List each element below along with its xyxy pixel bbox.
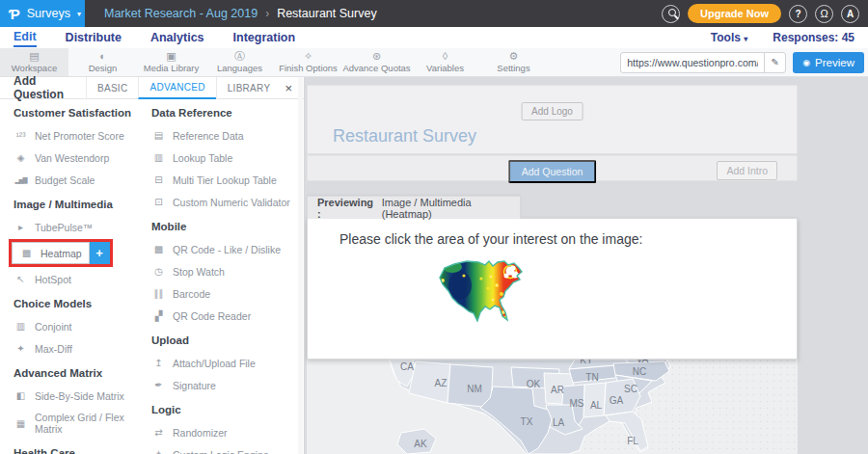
question-type-budget-scale[interactable]: ▂▅▇ Budget Scale: [14, 174, 151, 186]
toolbar-settings[interactable]: ⚙ Settings: [479, 48, 548, 76]
heatmap-highlight-box: ▩ Heatmap +: [9, 239, 113, 267]
notifications-button[interactable]: Ω: [815, 5, 833, 23]
question-type-qr-code-reader[interactable]: ▞ QR Code Reader: [151, 309, 298, 322]
toolbar-media-library[interactable]: ▣ Media Library: [137, 48, 205, 76]
product-name: Surveys: [27, 7, 70, 20]
upgrade-now-button[interactable]: Upgrade Now: [688, 4, 781, 23]
nav-analytics[interactable]: Analytics: [150, 29, 204, 46]
responses-count[interactable]: Responses: 45: [773, 31, 854, 44]
survey-title[interactable]: Restaurant Survey: [333, 126, 476, 147]
add-heatmap-question-button[interactable]: +: [90, 242, 110, 264]
breadcrumb-parent[interactable]: Market Research - Aug 2019: [104, 7, 258, 20]
add-question-button[interactable]: Add Question: [508, 160, 597, 183]
editor-toolbar: ▤ Workspace ◐ Design ▣ Media Library Ⓐ L…: [0, 48, 868, 77]
question-type-custom-logic-engine[interactable]: ⋔ Custom Logic Engine: [151, 448, 298, 454]
media-library-icon: ▣: [166, 51, 176, 62]
search-button[interactable]: [662, 5, 680, 23]
attach-upload-icon: ↥: [151, 358, 166, 368]
tab-advanced[interactable]: ADVANCED: [138, 77, 215, 99]
survey-url-input[interactable]: [621, 57, 764, 68]
languages-icon: Ⓐ: [234, 51, 245, 62]
max-diff-icon: ✦: [14, 343, 28, 354]
state-label: CA: [400, 361, 414, 372]
question-type-heatmap[interactable]: ▩ Heatmap: [12, 242, 90, 264]
close-icon: ×: [285, 81, 292, 95]
tubepulse-icon: ▸: [14, 222, 28, 232]
question-type-qr-like-dislike[interactable]: ▩ QR Code - Like / Dislike: [151, 243, 298, 255]
survey-canvas: Add Logo Restaurant Survey Add Question …: [305, 77, 868, 454]
net-promoter-score-icon: ¹²³: [14, 130, 28, 141]
state-label: FL: [627, 436, 638, 446]
question-type-van-westendorp[interactable]: ◈ Van Westendorp: [14, 151, 151, 164]
question-type-complex-grid[interactable]: ▦ Complex Grid / Flex Matrix: [14, 412, 151, 435]
eye-icon: ◉: [802, 58, 810, 67]
question-type-net-promoter-score[interactable]: ¹²³ Net Promoter Score: [14, 129, 151, 142]
question-type-tubepulse[interactable]: ▸ TubePulse™: [14, 221, 151, 233]
tab-library[interactable]: LIBRARY: [216, 77, 282, 99]
account-avatar[interactable]: A: [841, 5, 859, 23]
settings-icon: ⚙: [509, 51, 519, 62]
toolbar-variables[interactable]: ◊ Variables: [411, 48, 479, 76]
add-intro-button[interactable]: Add Intro: [717, 161, 777, 180]
question-type-reference-data[interactable]: ▤ Reference Data: [151, 129, 298, 142]
question-mark-icon: ?: [795, 9, 800, 19]
section-logic: Logic: [151, 404, 298, 415]
section-customer-satisfaction: Customer Satisfaction: [14, 107, 151, 119]
help-button[interactable]: ?: [789, 5, 807, 23]
section-data-reference: Data Reference: [151, 107, 298, 119]
toolbar-languages[interactable]: Ⓐ Languages: [205, 48, 274, 76]
nav-integration[interactable]: Integration: [233, 29, 296, 46]
preview-button[interactable]: ◉ Preview: [793, 52, 864, 73]
section-choice-models: Choice Models: [14, 298, 151, 309]
section-image-multimedia: Image / Multimedia: [14, 199, 151, 210]
tab-basic[interactable]: BASIC: [86, 77, 139, 99]
state-label: NM: [467, 384, 482, 394]
toolbar-design[interactable]: ◐ Design: [68, 48, 137, 76]
question-type-stop-watch[interactable]: ◷ Stop Watch: [151, 265, 298, 278]
breadcrumb-current: Restaurant Survey: [277, 7, 377, 20]
variables-icon: ◊: [443, 51, 448, 62]
question-type-signature[interactable]: ✒ Signature: [151, 379, 298, 391]
question-type-barcode[interactable]: ∥∥ Barcode: [151, 287, 298, 300]
panel-title: Add Question: [14, 74, 86, 101]
state-label: TX: [521, 416, 533, 427]
question-type-side-by-side-matrix[interactable]: ◧ Side-By-Side Matrix: [14, 389, 151, 402]
advance-quotas-icon: ⊛: [372, 51, 381, 62]
edit-url-button[interactable]: ✎: [764, 52, 785, 73]
lookup-table-icon: ▥: [151, 152, 166, 163]
state-label: AZ: [435, 378, 448, 388]
question-type-attach-upload[interactable]: ↥ Attach/Upload File: [151, 357, 298, 369]
add-logo-button[interactable]: Add Logo: [521, 102, 583, 120]
state-label: VA: [637, 360, 649, 364]
section-advanced-matrix: Advanced Matrix: [14, 367, 151, 379]
toolbar-advance-quotas[interactable]: ⊛ Advance Quotas: [342, 48, 411, 76]
survey-actions-row: Add Question Add Intro: [307, 155, 798, 181]
side-by-side-matrix-icon: ◧: [14, 390, 28, 401]
barcode-icon: ∥∥: [151, 288, 166, 299]
surveys-product-menu[interactable]: Ƥ Surveys ▾: [0, 0, 85, 27]
question-type-custom-numeric-validator[interactable]: ⊡ Custom Numeric Validator: [151, 196, 298, 208]
survey-url-box: ✎: [620, 52, 786, 73]
chevron-down-icon: ▾: [744, 35, 747, 43]
van-westendorp-icon: ◈: [14, 152, 28, 163]
usa-heatmap-image[interactable]: [435, 259, 533, 334]
toolbar-workspace[interactable]: ▤ Workspace: [0, 48, 68, 76]
question-type-randomizer[interactable]: ⇄ Randomizer: [151, 426, 298, 439]
previewing-tab: Previewing : Image / Multimedia (Heatmap…: [307, 196, 521, 219]
close-panel-button[interactable]: ×: [281, 77, 304, 99]
section-mobile: Mobile: [151, 221, 298, 232]
question-type-multi-tier-lookup[interactable]: ⊟ Multi Tier Lookup Table: [151, 174, 298, 186]
finish-options-icon: ✧: [304, 51, 312, 62]
bell-icon: Ω: [820, 8, 827, 19]
question-type-hotspot[interactable]: ↖ HotSpot: [14, 273, 151, 285]
nav-distribute[interactable]: Distribute: [66, 29, 122, 46]
state-label: LA: [553, 417, 565, 428]
complex-grid-icon: ▦: [14, 418, 28, 429]
editor-usa-map[interactable]: CA AZ NM OK AR TN NC SC MS AL GA TX LA F…: [307, 360, 798, 454]
toolbar-finish-options[interactable]: ✧ Finish Options: [274, 48, 342, 76]
nav-edit[interactable]: Edit: [14, 28, 37, 47]
question-type-max-diff[interactable]: ✦ Max-Diff: [14, 342, 151, 355]
question-type-lookup-table[interactable]: ▥ Lookup Table: [151, 151, 298, 164]
tools-dropdown[interactable]: Tools ▾: [711, 31, 747, 44]
question-type-conjoint[interactable]: ▥ Conjoint: [14, 320, 151, 333]
